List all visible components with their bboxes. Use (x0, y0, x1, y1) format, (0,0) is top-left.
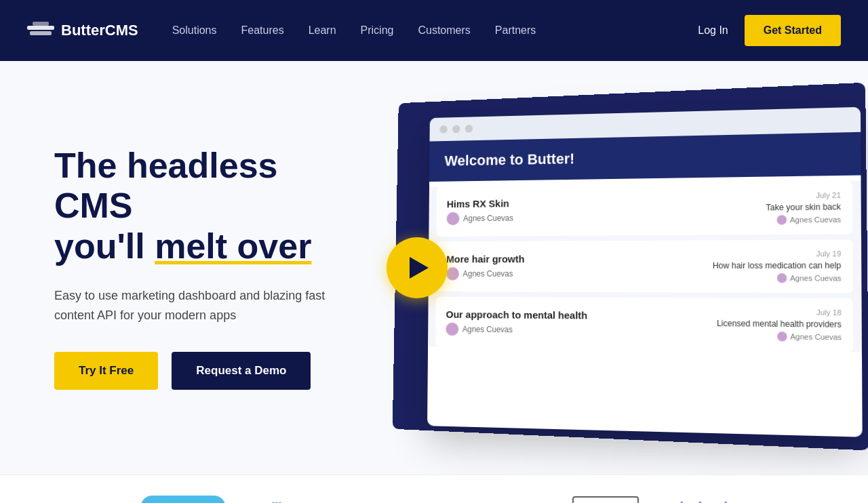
hero-title-line1: The headless CMS (54, 146, 277, 226)
dot-1 (439, 125, 447, 134)
nav-pricing[interactable]: Pricing (361, 24, 394, 37)
mockup-wrapper: Welcome to Butter! Hims RX Skin Agnes Cu… (407, 85, 868, 451)
nav-partners[interactable]: Partners (495, 24, 536, 37)
mockup-row-3-right: July 18 Licensed mental health providers… (717, 308, 842, 342)
mockup-row-3-left: Our approach to mental health Agnes Cuev… (446, 308, 587, 337)
logos-list: ☕ salesforce 1800contacts ►LIBERTYTAX hi… (60, 496, 807, 503)
avatar-1r (777, 215, 787, 224)
logo[interactable]: ButterCMS (27, 20, 138, 41)
logo-salesforce: ☕ salesforce (140, 496, 226, 503)
hero-content: The headless CMS you'll melt over Easy t… (0, 105, 380, 431)
svg-rect-1 (30, 31, 52, 35)
mockup-row-1-right: July 21 Take your skin back Agnes Cuevas (766, 191, 841, 225)
hero-subtitle: Easy to use marketing dashboard and blaz… (54, 286, 339, 325)
nav-learn[interactable]: Learn (309, 24, 336, 37)
mockup-row-1: Hims RX Skin Agnes Cuevas July 21 Take y… (437, 181, 853, 237)
hero-title-line2-plain: you'll (54, 226, 155, 266)
logo-text: ButterCMS (61, 22, 138, 39)
mockup-row-2-author: Agnes Cuevas (446, 267, 524, 281)
dot-2 (452, 125, 460, 133)
avatar-3r (777, 331, 787, 342)
hero-image-area: Welcome to Butter! Hims RX Skin Agnes Cu… (393, 61, 868, 475)
mockup-row-3-title: Our approach to mental health (446, 308, 588, 321)
logo-indeed: indeed (679, 499, 728, 503)
hero-section: The headless CMS you'll melt over Easy t… (0, 61, 868, 475)
nav-solutions[interactable]: Solutions (172, 24, 217, 37)
avatar-2 (446, 267, 459, 280)
logos-prev-button[interactable]: ‹ (54, 497, 60, 503)
nav-features[interactable]: Features (241, 24, 284, 37)
play-icon (410, 257, 429, 279)
navbar: ButterCMS Solutions Features Learn Prici… (0, 0, 868, 61)
logos-next-button[interactable]: › (808, 497, 814, 503)
hero-buttons: Try It Free Request a Demo (54, 352, 339, 390)
avatar-3 (446, 322, 458, 336)
logo-kaplan: KAPLAN (572, 496, 639, 503)
mockup-row-1-author: Agnes Cuevas (447, 212, 513, 225)
login-button[interactable]: Log In (698, 24, 728, 37)
mockup-row-1-title: Hims RX Skin (447, 197, 513, 209)
mockup-header: Welcome to Butter! (429, 132, 861, 182)
nav-links: Solutions Features Learn Pricing Custome… (172, 24, 698, 37)
request-demo-button[interactable]: Request a Demo (172, 352, 311, 390)
mockup-window: Welcome to Butter! Hims RX Skin Agnes Cu… (427, 107, 863, 437)
try-it-free-button[interactable]: Try It Free (54, 352, 158, 390)
hero-title: The headless CMS you'll melt over (54, 146, 339, 267)
mockup-row-2-right: July 19 How hair loss medication can hel… (713, 249, 842, 283)
nav-customers[interactable]: Customers (418, 24, 470, 37)
dot-3 (465, 125, 473, 133)
logos-bar: ‹ ☕ salesforce 1800contacts ►LIBERTYTAX … (0, 475, 868, 503)
mockup-header-title: Welcome to Butter! (444, 150, 574, 170)
svg-rect-0 (27, 26, 54, 30)
svg-rect-2 (33, 22, 49, 26)
mockup-row-2-left: More hair growth Agnes Cuevas (446, 253, 525, 280)
avatar-2r (777, 273, 787, 283)
mockup-row-1-left: Hims RX Skin Agnes Cuevas (447, 197, 514, 225)
mockup-row-3-author: Agnes Cuevas (446, 322, 587, 337)
avatar-1 (447, 212, 460, 224)
play-button[interactable] (387, 237, 448, 298)
mockup-row-2: More hair growth Agnes Cuevas July 19 Ho… (436, 239, 853, 293)
mockup-row-2-title: More hair growth (446, 253, 524, 264)
hero-title-highlight: melt over (155, 226, 311, 266)
nav-right: Log In Get Started (698, 15, 841, 46)
mockup-row-3: Our approach to mental health Agnes Cuev… (435, 297, 853, 353)
logo-icon (27, 20, 54, 41)
get-started-button[interactable]: Get Started (745, 15, 841, 46)
mockup-body: Hims RX Skin Agnes Cuevas July 21 Take y… (428, 181, 862, 353)
